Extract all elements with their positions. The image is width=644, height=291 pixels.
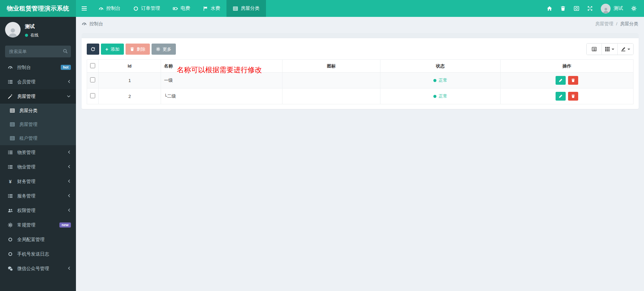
menu-label: 服务管理 [17, 193, 35, 199]
export-button[interactable] [617, 44, 633, 55]
brand-title[interactable]: 物业租赁管理演示系统 [0, 0, 76, 17]
online-label: 在线 [30, 32, 38, 38]
sidebar-item-permissions[interactable]: 权限管理 [0, 203, 76, 218]
tab-console[interactable]: 控制台 [92, 0, 127, 17]
sidebar: 测试 在线 控制台 hot 会员管理 房屋管理 [0, 17, 76, 291]
tab-orders[interactable]: 订单管理 [127, 0, 166, 17]
sidebar-item-house-category[interactable]: 房屋分类 [0, 104, 76, 117]
header-name: 名称 [161, 60, 283, 73]
home-button[interactable] [543, 0, 556, 17]
table-icon [233, 6, 238, 11]
navbar-right: 测试 [543, 0, 644, 17]
status-badge[interactable]: 正常 [433, 77, 448, 83]
chevron-left-icon [67, 164, 71, 169]
settings-button[interactable] [627, 0, 641, 17]
view-buttons [586, 43, 634, 55]
top-navbar: 物业租赁管理演示系统 控制台 订单管理 电费 水费 房屋分类 测试 [0, 0, 644, 17]
table-row: 2 └二级 正常 [87, 88, 634, 104]
sidebar-item-members[interactable]: 会员管理 [0, 75, 76, 89]
browser-refresh-icon [574, 6, 579, 11]
status-dot-icon [433, 95, 436, 98]
sidebar-item-sms-log[interactable]: 手机号发送日志 [0, 247, 76, 261]
row-checkbox[interactable] [90, 93, 95, 98]
battery-icon [173, 6, 178, 11]
sidebar-item-global-config[interactable]: 全局配置管理 [0, 232, 76, 247]
add-label: 添加 [111, 46, 119, 52]
breadcrumb-separator: / [616, 21, 617, 26]
sidebar-user-panel: 测试 在线 [0, 17, 76, 42]
row-checkbox[interactable] [90, 77, 95, 82]
select-cell [87, 88, 99, 104]
wand-icon [7, 94, 14, 99]
refresh-button[interactable] [87, 44, 99, 55]
tab-electricity[interactable]: 电费 [166, 0, 196, 17]
sidebar-item-finance[interactable]: ¥ 财务管理 [0, 174, 76, 189]
add-button[interactable]: + 添加 [101, 44, 124, 55]
navbar-tabs: 控制台 订单管理 电费 水费 房屋分类 [76, 0, 266, 17]
sidebar-item-wechat[interactable]: 微信公众号管理 [0, 261, 76, 276]
sidebar-item-house-mgmt[interactable]: 房屋管理 [0, 89, 76, 104]
person-icon [602, 7, 609, 14]
columns-button[interactable] [601, 44, 617, 55]
menu-label: 会员管理 [17, 79, 35, 85]
sidebar-toggle-button[interactable] [76, 0, 92, 17]
fullscreen-button[interactable] [583, 0, 597, 17]
search-input[interactable] [5, 46, 71, 57]
sidebar-item-tenants[interactable]: 租户管理 [0, 131, 76, 145]
breadcrumb-current-label: 控制台 [89, 21, 103, 27]
tab-label: 房屋分类 [241, 5, 260, 11]
sidebar-item-console[interactable]: 控制台 hot [0, 60, 76, 75]
edit-button[interactable] [556, 76, 566, 85]
status-badge[interactable]: 正常 [433, 93, 448, 99]
toggle-view-button[interactable] [587, 44, 601, 55]
sidebar-item-materials[interactable]: 物资管理 [0, 145, 76, 160]
chevron-left-icon [67, 193, 71, 199]
chevron-left-icon [67, 179, 71, 184]
select-all-cell [87, 60, 99, 73]
search-icon[interactable] [63, 49, 68, 55]
table-row: 1 一级 正常 [87, 73, 634, 88]
header-status: 状态 [380, 60, 501, 73]
breadcrumb-parent[interactable]: 房屋管理 [595, 21, 613, 27]
menu-label: 物资管理 [17, 150, 35, 156]
header-operations: 操作 [501, 60, 634, 73]
circle-icon [133, 6, 138, 11]
avatar [5, 22, 21, 37]
clear-cache-button[interactable] [556, 0, 570, 17]
row-delete-button[interactable] [568, 76, 578, 85]
sidebar-item-property[interactable]: 物业管理 [0, 160, 76, 174]
user-menu[interactable]: 测试 [597, 4, 627, 14]
panel-heading [82, 33, 639, 38]
row-delete-button[interactable] [568, 92, 578, 101]
browser-refresh-button[interactable] [570, 0, 583, 17]
menu-search [5, 46, 71, 57]
sidebar-user-status: 在线 [25, 32, 38, 38]
breadcrumb-page[interactable]: 房屋分类 [620, 21, 638, 27]
tab-label: 电费 [181, 5, 190, 11]
more-button[interactable]: 更多 [152, 44, 176, 55]
sidebar-item-services[interactable]: 服务管理 [0, 189, 76, 203]
tab-water[interactable]: 水费 [196, 0, 226, 17]
select-all-checkbox[interactable] [90, 63, 95, 68]
status-label: 正常 [439, 77, 448, 83]
trash-icon [560, 6, 566, 11]
edit-button[interactable] [556, 92, 566, 101]
table-icon [9, 122, 16, 127]
trash-icon [571, 78, 575, 82]
delete-button[interactable]: 删除 [126, 44, 150, 55]
online-dot [25, 34, 28, 37]
tab-house-category[interactable]: 房屋分类 [226, 0, 266, 17]
tab-label: 控制台 [106, 5, 120, 11]
cell-operations [501, 73, 634, 88]
select-cell [87, 73, 99, 88]
menu-label: 物业管理 [17, 164, 35, 170]
delete-label: 删除 [137, 46, 145, 52]
sidebar-item-general[interactable]: 常规管理 new [0, 218, 76, 232]
header-id: Id [99, 60, 161, 73]
menu-label: 房屋管理 [17, 94, 35, 100]
menu-label: 房屋管理 [19, 122, 37, 128]
circle-icon [7, 252, 14, 256]
sidebar-item-house-list[interactable]: 房屋管理 [0, 117, 76, 131]
header-icon: 图标 [283, 60, 380, 73]
gears-icon [7, 222, 14, 228]
